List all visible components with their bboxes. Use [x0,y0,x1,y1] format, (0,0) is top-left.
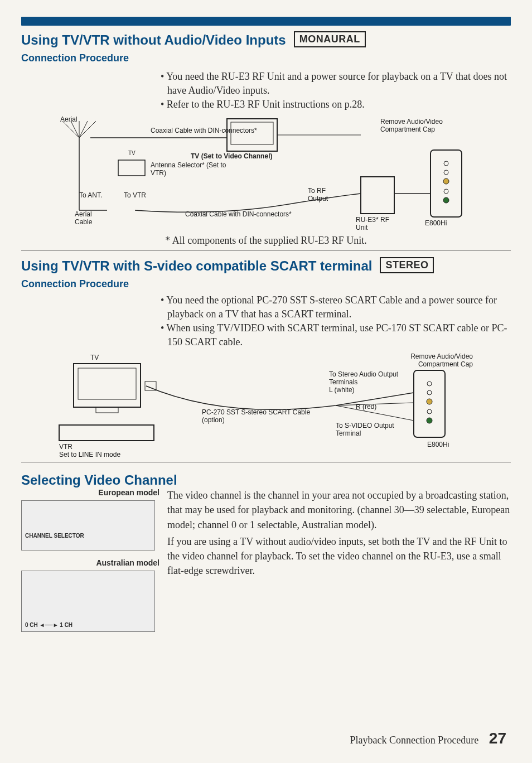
svg-point-6 [444,170,448,175]
lbl-vtr-note: Set to LINE IN mode [59,451,120,458]
diagram-monaural: Aerial Coaxial Cable with DIN-connectors… [23,115,509,233]
select-body-2: If you are using a TV without audio/vide… [167,534,511,578]
svg-point-24 [427,418,432,423]
svg-point-23 [427,409,432,414]
top-color-bar [21,17,511,26]
lbl-camera-2: E800Hi [427,441,449,448]
svg-rect-0 [227,119,277,151]
section1-title: Using TV/VTR without Audio/Video Inputs [21,32,286,48]
lbl-scart-cable: PC-270 SST S-stereo SCART Cable (option) [202,408,330,424]
diagram-stereo: TV PC-270 SST S-stereo SCART Cable (opti… [23,352,509,458]
separator-2 [21,462,511,462]
svg-point-5 [444,161,448,166]
section1-bullet-1: You need the RU-E3 RF Unit and a power s… [161,70,511,98]
lbl-coax-bottom: Coaxial Cable with DIN-connectors* [185,210,292,218]
lbl-remove-cap-2: Remove Audio/Video Compartment Cap [378,352,473,368]
lbl-to-ant: To ANT. [79,191,102,199]
section1-figure: Aerial Coaxial Cable with DIN-connectors… [23,115,509,247]
lbl-r-red: R (red) [356,403,376,411]
section1-bullets: You need the RU-E3 RF Unit and a power s… [161,70,511,112]
page-number: 27 [489,730,506,747]
select-channel-left: European model CHANNEL SELECTOR Australi… [21,488,167,632]
section2-figure: TV PC-270 SST S-stereo SCART Cable (opti… [23,352,509,458]
lbl-coax-top: Coaxial Cable with DIN-connectors* [151,127,257,134]
svg-rect-16 [78,368,136,399]
svg-point-7 [443,178,449,184]
svg-point-9 [443,197,449,203]
lbl-camera-1: E800Hi [425,219,447,227]
section2-title: Using TV/VTR with S-video compatible SCA… [21,258,372,274]
select-body-1: The video channel is the channel in your… [167,488,511,532]
section3: Selecting Video Channel European model C… [21,472,511,632]
svg-point-8 [444,189,448,194]
section1-bullet-2: Refer to the RU-E3 RF Unit instructions … [161,98,511,112]
lbl-tv-small: TV [128,150,136,156]
lbl-to-svideo: To S-VIDEO Output Terminal [336,422,408,437]
section1-heading-row: Using TV/VTR without Audio/Video Inputs … [21,31,511,48]
lbl-rue3: RU-E3* RF Unit [356,216,395,231]
au-scale-label: 0 CH ◄──► 1 CH [25,622,72,628]
monaural-badge: MONAURAL [294,31,366,47]
figure1-note: * All components of the supplied RU-E3 R… [23,235,509,247]
select-channel-body: The video channel is the channel in your… [167,488,511,632]
footer-section: Playback Connection Procedure [350,735,478,746]
lbl-to-rf: To RF Output [308,187,341,202]
australian-label: Australian model [21,558,159,567]
select-channel-wrap: European model CHANNEL SELECTOR Australi… [21,488,511,632]
european-label: European model [21,488,159,497]
separator-1 [21,250,511,250]
section2-bullet-2: When using TV/VIDEO with SCART terminal,… [161,321,511,349]
australian-model-image: 0 CH ◄──► 1 CH [21,571,155,632]
svg-rect-18 [59,425,154,441]
svg-rect-15 [74,364,141,407]
svg-rect-2 [118,160,145,176]
lbl-aerial: Aerial [60,115,78,123]
section2: Using TV/VTR with S-video compatible SCA… [21,257,511,459]
section2-heading-row: Using TV/VTR with S-video compatible SCA… [21,257,511,274]
section3-title: Selecting Video Channel [21,472,511,488]
stereo-badge: STEREO [380,257,434,273]
lbl-vtr: VTR [59,443,72,451]
section2-bullets: You need the optional PC-270 SST S-stere… [161,293,511,350]
lbl-tv2: TV [90,354,99,361]
page-footer: Playback Connection Procedure 27 [350,730,506,747]
svg-point-20 [427,382,432,386]
svg-rect-3 [361,177,394,214]
channel-selector-label: CHANNEL SELECTOR [25,533,84,539]
lbl-to-stereo: To Stereo Audio Output Terminals [329,370,407,386]
section2-bullet-1: You need the optional PC-270 SST S-stere… [161,293,511,321]
lbl-tv: TV (Set to Video Channel) [191,152,272,160]
lbl-remove-cap-1: Remove Audio/Video Compartment Cap [380,118,470,133]
lbl-aerial-cable: Aerial Cable [75,210,101,226]
lbl-l-white: L (white) [329,386,355,394]
section1-subtitle: Connection Procedure [21,52,511,64]
section2-subtitle: Connection Procedure [21,278,511,290]
european-model-image: CHANNEL SELECTOR [21,500,155,550]
page: Using TV/VTR without Audio/Video Inputs … [0,0,532,763]
svg-rect-17 [96,407,118,413]
lbl-to-vtr: To VTR [124,191,146,199]
lbl-ant-selector: Antenna Selector* (Set to VTR) [151,161,229,177]
svg-point-21 [427,390,432,395]
svg-point-22 [427,399,432,404]
